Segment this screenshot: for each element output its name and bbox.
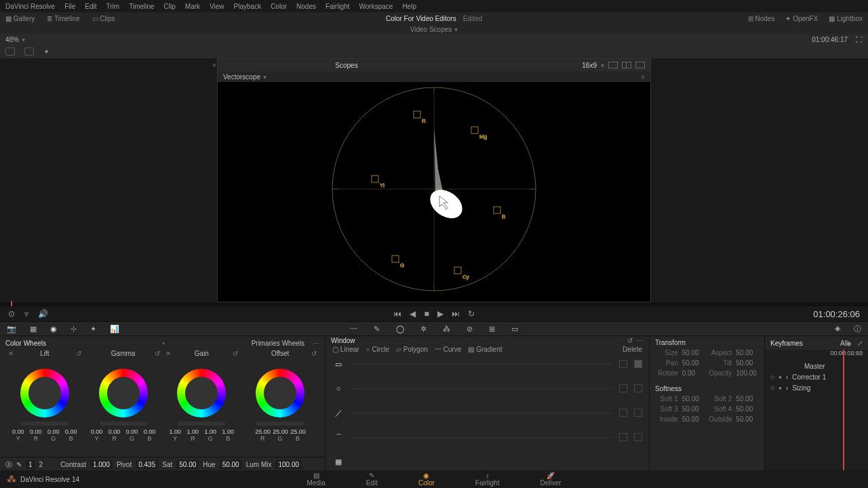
- rotate-value[interactable]: 0.00: [682, 369, 705, 377]
- curve-tool[interactable]: 〰 Curve: [435, 346, 461, 353]
- blur-icon[interactable]: ⁂: [443, 325, 450, 333]
- tracker-icon[interactable]: ✲: [420, 325, 427, 333]
- page-edit[interactable]: ✎Edit: [366, 472, 378, 487]
- kf-row[interactable]: ◇●›Corrector 1: [765, 371, 868, 382]
- shape-linear[interactable]: ▭: [332, 358, 642, 370]
- nodes-toggle[interactable]: ⊞ Nodes: [748, 15, 775, 22]
- reset-icon[interactable]: ✕: [8, 350, 14, 357]
- more-icon[interactable]: ⋯: [637, 337, 644, 344]
- soft3-value[interactable]: 50.00: [682, 405, 705, 413]
- sat-value[interactable]: 50.00: [176, 460, 199, 469]
- page-color[interactable]: ◉Color: [418, 472, 435, 487]
- shape-curve[interactable]: ⌒: [332, 431, 642, 443]
- camera-raw-icon[interactable]: 📷: [7, 325, 16, 333]
- scope-settings-icon[interactable]: ≡: [641, 73, 645, 81]
- linear-tool[interactable]: ▢ Linear: [332, 346, 359, 353]
- soft2-value[interactable]: 50.00: [736, 395, 759, 403]
- reset-icon[interactable]: ↺: [233, 350, 238, 357]
- menu-item[interactable]: Clip: [164, 3, 176, 10]
- prev-frame-icon[interactable]: ◀: [410, 309, 416, 319]
- circle-tool[interactable]: ○ Circle: [366, 346, 389, 353]
- info-icon[interactable]: ⓘ: [854, 324, 861, 334]
- layout-quad-icon[interactable]: [635, 62, 645, 68]
- menu-item[interactable]: Nodes: [296, 3, 316, 10]
- menu-item[interactable]: DaVinci Resolve: [5, 3, 55, 10]
- menu-item[interactable]: Color: [271, 3, 287, 10]
- menu-item[interactable]: Workspace: [359, 3, 393, 10]
- stereo-icon[interactable]: ▭: [511, 325, 518, 333]
- stop-icon[interactable]: ■: [424, 309, 429, 319]
- shape-circle[interactable]: ○: [332, 382, 642, 394]
- lightbox-toggle[interactable]: ▦ Lightbox: [829, 15, 863, 22]
- window-icon[interactable]: ◯: [396, 325, 404, 333]
- kf-playhead[interactable]: [843, 350, 844, 472]
- zoom-level[interactable]: 48%: [5, 36, 19, 43]
- shape-gradient[interactable]: ▦: [332, 455, 642, 468]
- keyframes-icon[interactable]: ◈: [835, 324, 840, 334]
- playhead-tick[interactable]: [11, 301, 12, 306]
- offset-wheel[interactable]: 25.0025.0025.00 RGB: [241, 365, 319, 454]
- soft4-value[interactable]: 50.00: [736, 405, 759, 413]
- size-value[interactable]: 50.00: [682, 349, 705, 357]
- picker-icon[interactable]: ⊙: [8, 309, 15, 319]
- layout-single-icon[interactable]: [608, 62, 618, 68]
- reset-icon[interactable]: ↺: [311, 350, 317, 357]
- color-match-icon[interactable]: ▦: [30, 325, 37, 333]
- kf-row[interactable]: ◇●›Sizing: [765, 382, 868, 393]
- speaker-icon[interactable]: 🔊: [38, 309, 48, 319]
- wand-icon[interactable]: ✦: [43, 47, 50, 56]
- sizing-icon[interactable]: ⊞: [489, 325, 495, 333]
- aspect-select[interactable]: 16x9: [582, 62, 597, 69]
- curves-icon[interactable]: 📊: [110, 325, 119, 333]
- wheels-icon[interactable]: ◉: [50, 325, 57, 333]
- gradient-tool[interactable]: ▤ Gradient: [468, 346, 502, 353]
- gain-wheel[interactable]: 1.001.001.001.00 YRGB: [163, 365, 241, 454]
- reset-icon[interactable]: ↺: [76, 350, 81, 357]
- more-icon[interactable]: ⋯: [313, 340, 319, 347]
- opacity-value[interactable]: 100.00: [736, 369, 759, 377]
- loop-icon[interactable]: ↻: [468, 309, 475, 319]
- menu-item[interactable]: File: [64, 3, 75, 10]
- menu-item[interactable]: Fairlight: [326, 3, 350, 10]
- key-icon[interactable]: ⊘: [467, 325, 473, 333]
- viewer-mode[interactable]: Video Scopes: [410, 26, 452, 33]
- polygon-tool[interactable]: ▱ Polygon: [396, 346, 428, 353]
- contrast-value[interactable]: 1.000: [90, 460, 113, 469]
- qualifier-icon[interactable]: ✎: [374, 325, 380, 333]
- hue-value[interactable]: 50.00: [220, 460, 242, 469]
- rgb-mixer-icon[interactable]: ⊹: [71, 325, 77, 333]
- page-fairlight[interactable]: ♪Fairlight: [475, 472, 500, 487]
- reset-icon[interactable]: ↺: [155, 350, 160, 357]
- fullscreen-icon[interactable]: ⛶: [856, 36, 863, 43]
- play-icon[interactable]: ▶: [437, 309, 443, 319]
- layout-dual-icon[interactable]: [622, 62, 631, 68]
- timeline-toggle[interactable]: ≣ Timeline: [47, 15, 79, 22]
- clips-toggle[interactable]: ▭ Clips: [92, 15, 115, 22]
- lift-wheel[interactable]: 0.000.000.000.00 YRGB: [5, 365, 84, 454]
- kf-master-row[interactable]: Master: [765, 361, 868, 371]
- menu-item[interactable]: Trim: [106, 3, 120, 10]
- expand-icon[interactable]: ⤢: [857, 340, 863, 347]
- tilt-value[interactable]: 50.00: [736, 359, 759, 367]
- reset-icon[interactable]: ✕: [165, 350, 171, 357]
- page-media[interactable]: ▤Media: [307, 472, 325, 487]
- page-1[interactable]: 1: [26, 460, 35, 469]
- menu-item[interactable]: Timeline: [129, 3, 154, 10]
- view-icon[interactable]: [24, 47, 34, 56]
- menu-item[interactable]: Mark: [185, 3, 200, 10]
- openfx-toggle[interactable]: ✦ OpenFX: [785, 15, 818, 22]
- view-icon[interactable]: [5, 47, 15, 56]
- gallery-toggle[interactable]: ▦ Gallery: [5, 15, 35, 22]
- more-icon[interactable]: ↺: [627, 337, 633, 344]
- pivot-value[interactable]: 0.435: [136, 460, 158, 469]
- page-deliver[interactable]: 🚀Deliver: [540, 472, 561, 487]
- lummix-value[interactable]: 100.00: [275, 460, 302, 469]
- pan-value[interactable]: 50.00: [682, 359, 705, 367]
- page-2[interactable]: 2: [39, 461, 43, 468]
- close-icon[interactable]: ×: [212, 62, 216, 69]
- menu-item[interactable]: Help: [402, 3, 416, 10]
- scope-type[interactable]: Vectorscope: [223, 73, 260, 81]
- soft1-value[interactable]: 50.00: [682, 395, 705, 403]
- picker-icon[interactable]: ✎: [16, 461, 22, 468]
- motion-icon[interactable]: ✦: [90, 325, 96, 333]
